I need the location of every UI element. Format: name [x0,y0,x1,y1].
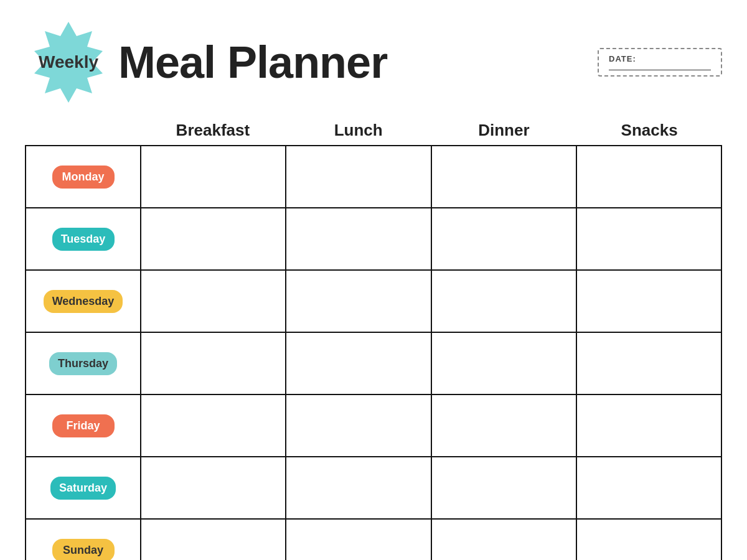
day-badge-sunday: Sunday [52,539,115,561]
meal-cell-wednesday-snacks[interactable] [577,271,722,333]
date-line [609,70,711,70]
meal-cell-sunday-dinner[interactable] [432,520,577,560]
col-header-empty [25,118,140,142]
date-box: DATE: [598,48,722,77]
header: Weekly Meal Planner DATE: [0,0,747,112]
meal-cell-friday-breakfast[interactable] [141,395,286,457]
meal-cell-thursday-snacks[interactable] [577,333,722,395]
day-cell-sunday: Sunday [26,520,141,560]
meal-cell-friday-snacks[interactable] [577,395,722,457]
meal-cell-monday-lunch[interactable] [286,146,431,208]
meal-cell-sunday-breakfast[interactable] [141,520,286,560]
meal-cell-thursday-lunch[interactable] [286,333,431,395]
day-badge-saturday: Saturday [50,477,116,500]
meal-cell-saturday-snacks[interactable] [577,457,722,520]
day-cell-monday: Monday [26,146,141,208]
meal-cell-monday-breakfast[interactable] [141,146,286,208]
meal-cell-tuesday-dinner[interactable] [432,208,577,271]
day-cell-saturday: Saturday [26,457,141,520]
meal-cell-saturday-breakfast[interactable] [141,457,286,520]
column-headers: Breakfast Lunch Dinner Snacks [25,118,722,142]
day-cell-wednesday: Wednesday [26,271,141,333]
day-badge-thursday: Thursday [49,352,117,375]
meal-cell-friday-dinner[interactable] [432,395,577,457]
meal-cell-wednesday-dinner[interactable] [432,271,577,333]
meal-cell-saturday-dinner[interactable] [432,457,577,520]
day-badge-wednesday: Wednesday [44,290,123,313]
page-title: Meal Planner [118,37,591,88]
meal-cell-sunday-lunch[interactable] [286,520,431,560]
day-cell-friday: Friday [26,395,141,457]
meal-cell-wednesday-breakfast[interactable] [141,271,286,333]
date-label: DATE: [609,54,711,63]
meal-cell-thursday-breakfast[interactable] [141,333,286,395]
day-cell-thursday: Thursday [26,333,141,395]
starburst-label: Weekly [39,52,98,72]
day-badge-friday: Friday [52,414,115,437]
meal-cell-thursday-dinner[interactable] [432,333,577,395]
meal-cell-tuesday-snacks[interactable] [577,208,722,271]
planner-area: Breakfast Lunch Dinner Snacks MondayTues… [0,118,747,560]
col-header-breakfast: Breakfast [140,118,286,142]
meal-grid: MondayTuesdayWednesdayThursdayFridaySatu… [25,145,722,560]
meal-cell-friday-lunch[interactable] [286,395,431,457]
meal-cell-wednesday-lunch[interactable] [286,271,431,333]
meal-cell-tuesday-breakfast[interactable] [141,208,286,271]
meal-cell-saturday-lunch[interactable] [286,457,431,520]
col-header-lunch: Lunch [286,118,431,142]
meal-cell-sunday-snacks[interactable] [577,520,722,560]
meal-cell-monday-dinner[interactable] [432,146,577,208]
starburst-logo: Weekly [25,19,112,106]
day-badge-monday: Monday [52,166,115,189]
col-header-dinner: Dinner [431,118,577,142]
day-cell-tuesday: Tuesday [26,208,141,271]
meal-cell-monday-snacks[interactable] [577,146,722,208]
day-badge-tuesday: Tuesday [52,228,115,251]
col-header-snacks: Snacks [576,118,722,142]
meal-cell-tuesday-lunch[interactable] [286,208,431,271]
